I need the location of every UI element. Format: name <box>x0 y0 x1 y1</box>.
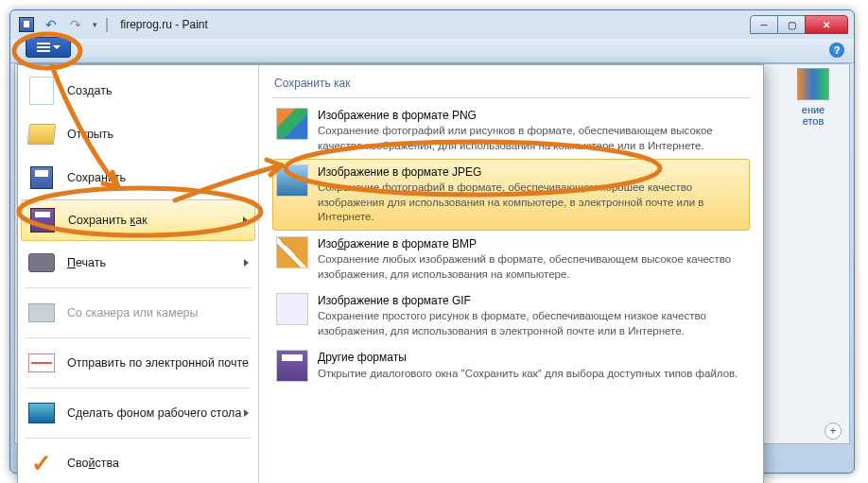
bmp-icon <box>276 236 308 268</box>
png-icon <box>276 108 308 140</box>
menu-item-label: Свойства <box>67 457 119 470</box>
jpeg-icon <box>276 164 308 197</box>
format-title: Изображение в формате BMP <box>318 236 746 251</box>
format-desc: Открытие диалогового окна "Сохранить как… <box>318 367 738 382</box>
menu-item-send-email[interactable]: Отправить по электронной почте <box>18 341 258 385</box>
file-menu-list: Создать Открыть Сохранить Сохранить как … <box>18 65 259 483</box>
wallpaper-icon <box>27 399 56 427</box>
format-desc: Сохранение простого рисунок в формате, о… <box>318 309 746 338</box>
format-item-gif[interactable]: Изображение в формате GIF Сохранение про… <box>272 287 750 344</box>
right-panel-line1: ение <box>785 104 842 115</box>
qat-save-button[interactable] <box>16 14 37 35</box>
format-title: Изображение в формате PNG <box>318 108 746 123</box>
print-icon <box>27 249 56 277</box>
right-panel-line2: етов <box>785 115 842 127</box>
rainbow-icon <box>797 68 829 100</box>
open-icon <box>27 120 56 148</box>
zoom-controls: + <box>825 423 842 440</box>
format-title: Другие форматы <box>318 350 738 365</box>
menu-separator <box>26 337 251 338</box>
menu-item-print[interactable]: Печать <box>18 241 258 285</box>
menu-item-save[interactable]: Сохранить <box>18 156 258 199</box>
menu-separator <box>26 388 251 388</box>
other-formats-icon <box>276 350 308 382</box>
zoom-in-button[interactable]: + <box>825 423 842 440</box>
maximize-button[interactable]: ▢ <box>777 15 806 34</box>
qat-customize-button[interactable]: ▾ <box>90 14 99 35</box>
window-title: fireprog.ru - Paint <box>120 18 208 31</box>
menu-item-new[interactable]: Создать <box>18 69 258 112</box>
format-item-png[interactable]: Изображение в формате PNG Сохранение фот… <box>272 102 750 159</box>
ribbon: ? <box>10 39 854 63</box>
format-desc: Сохранение фотографий в формате, обеспеч… <box>318 181 746 225</box>
menu-icon <box>37 43 50 52</box>
format-item-jpeg[interactable]: Изображение в формате JPEG Сохранение фо… <box>272 159 750 231</box>
menu-item-set-wallpaper[interactable]: Сделать фоном рабочего стола <box>18 391 258 435</box>
menu-item-label: Сделать фоном рабочего стола <box>67 406 241 420</box>
menu-item-label: Открыть <box>67 128 113 141</box>
edit-colors-button[interactable]: ение етов <box>785 68 842 127</box>
format-item-other[interactable]: Другие форматы Открытие диалогового окна… <box>272 344 750 388</box>
menu-item-open[interactable]: Открыть <box>18 112 258 156</box>
menu-item-label: Со сканера или камеры <box>67 306 199 319</box>
maximize-icon: ▢ <box>788 20 796 30</box>
menu-item-label: Отправить по электронной почте <box>67 356 249 370</box>
menu-item-label: Создать <box>67 84 113 97</box>
file-menu-dropdown: Создать Открыть Сохранить Сохранить как … <box>17 64 764 483</box>
close-button[interactable]: ✕ <box>805 15 848 34</box>
window-controls: ─ ▢ ✕ <box>751 15 848 34</box>
undo-icon: ↶ <box>45 17 57 32</box>
check-icon: ✓ <box>27 449 56 477</box>
menu-separator <box>26 287 251 288</box>
close-icon: ✕ <box>823 20 830 30</box>
qat-undo-button[interactable]: ↶ <box>41 14 61 35</box>
help-button[interactable]: ? <box>829 43 844 58</box>
format-title: Изображение в формате GIF <box>318 293 746 308</box>
minimize-button[interactable]: ─ <box>750 15 778 34</box>
format-desc: Сохранение фотографий или рисунков в фор… <box>318 124 746 153</box>
menu-item-label: Сохранить <box>67 171 126 184</box>
paint-menu-button[interactable] <box>26 37 71 58</box>
format-item-bmp[interactable]: Изображение в формате BMP Сохранение люб… <box>272 231 750 287</box>
menu-separator <box>26 438 251 439</box>
qat-redo-button[interactable]: ↷ <box>65 14 86 35</box>
quick-access-toolbar: ↶ ↷ ▾ <box>16 14 99 35</box>
menu-item-label: Сохранить как <box>68 214 148 227</box>
save-as-submenu: Сохранить как Изображение в формате PNG … <box>259 65 763 483</box>
menu-item-properties[interactable]: ✓ Свойства <box>18 441 258 483</box>
scanner-icon <box>27 299 56 327</box>
gif-icon <box>276 293 308 325</box>
chevron-right-icon <box>243 216 248 224</box>
chevron-down-icon: ▾ <box>93 20 97 29</box>
chevron-down-icon <box>53 45 61 49</box>
submenu-title: Сохранить как <box>272 73 750 98</box>
format-title: Изображение в формате JPEG <box>318 164 746 180</box>
menu-item-save-as[interactable]: Сохранить как <box>21 199 255 241</box>
format-desc: Сохранение любых изображений в формате, … <box>318 252 746 282</box>
minimize-icon: ─ <box>760 20 767 30</box>
email-icon <box>27 349 56 377</box>
redo-icon: ↷ <box>70 17 81 32</box>
menu-item-scanner: Со сканера или камеры <box>18 291 258 335</box>
titlebar: ↶ ↷ ▾ | fireprog.ru - Paint ─ ▢ ✕ <box>10 10 854 39</box>
save-as-icon <box>28 206 57 234</box>
menu-item-label: Печать <box>67 256 106 269</box>
new-icon <box>27 77 56 105</box>
chevron-right-icon <box>244 259 249 267</box>
save-icon <box>19 17 34 32</box>
save-icon <box>27 164 56 192</box>
chevron-right-icon <box>244 409 249 417</box>
